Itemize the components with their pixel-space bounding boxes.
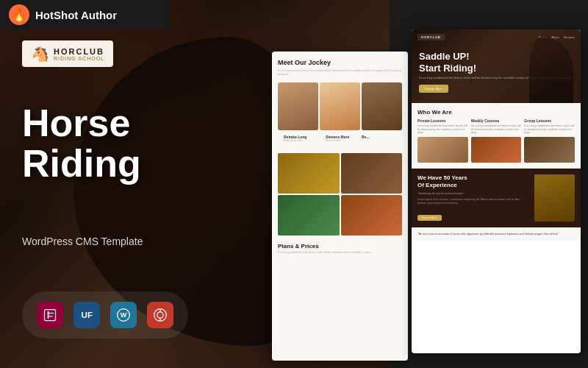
jockey-photo-2 xyxy=(320,82,360,130)
photo-grid xyxy=(272,152,408,237)
lesson-weekly-desc: It is a long established fact that a rea… xyxy=(471,124,522,135)
svg-text:UF: UF xyxy=(82,310,93,319)
main-title: Horse Riding xyxy=(22,103,141,183)
photo-cell-3 xyxy=(278,195,340,236)
quote-text: "At vero eos et accusam et justo odio di… xyxy=(417,232,575,236)
lessons-row: Private Lessons It is a long established… xyxy=(417,118,575,163)
rp-nav-services: Services xyxy=(564,35,575,39)
oxygen-icon xyxy=(147,302,173,328)
plans-title: Plans & Prices xyxy=(278,243,402,250)
right-preview-panel: HORCLUB Pages About Services Saddle UP! … xyxy=(412,29,581,353)
svg-text:W: W xyxy=(121,311,127,319)
lesson-group: Group Lessons It is a long established f… xyxy=(524,118,575,163)
club-subtitle: RIDING SCHOOL xyxy=(54,56,104,61)
lesson-weekly: Weekly Courses It is a long established … xyxy=(471,118,522,163)
exp-button[interactable]: Explore More xyxy=(417,215,442,221)
lesson-weekly-img xyxy=(471,137,522,163)
title-line1: Horse xyxy=(22,102,130,144)
exp-quote: "Saddlering elit, sed do eiusmod tempor" xyxy=(417,192,528,196)
lesson-private: Private Lessons It is a long established… xyxy=(417,118,468,163)
tech-icons-bar: UF W xyxy=(22,291,188,339)
club-logo-badge: 🐴 HORCLUB RIDING SCHOOL xyxy=(22,40,113,67)
lesson-private-desc: It is a long established fact that a rea… xyxy=(417,124,468,135)
lesson-group-img xyxy=(524,137,575,163)
photo-cell-2 xyxy=(341,153,403,194)
jockey-2-name: Stevens Mare xyxy=(320,133,360,139)
underscores-icon: UF xyxy=(74,302,100,328)
jockey-1-role: Riding Instructor xyxy=(278,139,318,147)
jockey-section-desc: It is a long established fact that a rea… xyxy=(272,69,408,81)
jockey-photo-1 xyxy=(278,82,318,130)
jockey-section-title: Meet Our Jockey xyxy=(272,52,408,69)
photo-cell-1 xyxy=(278,153,340,194)
exp-desc: Lorem ipsum dolor sit amet, consectetur … xyxy=(417,198,528,205)
topbar: 🔥 HotShot Author xyxy=(0,0,169,29)
svg-point-8 xyxy=(157,312,163,318)
lesson-group-label: Group Lessons xyxy=(524,118,575,123)
title-line2: Riding xyxy=(22,142,141,185)
rp-hero-section: HORCLUB Pages About Services Saddle UP! … xyxy=(412,29,581,103)
who-section: Who We Are Private Lessons It is a long … xyxy=(412,103,581,169)
horse-logo-icon: 🐴 xyxy=(31,45,49,63)
exp-title: We Have 50 Years Of Experience xyxy=(417,174,528,190)
jockey-3-name: Be... xyxy=(362,133,402,139)
jockey-1-name: Rebeka Long xyxy=(278,133,318,139)
experience-section: We Have 50 Years Of Experience "Saddleri… xyxy=(412,169,581,227)
lesson-private-label: Private Lessons xyxy=(417,118,468,123)
jockey-2-role: Horse Trainer xyxy=(320,139,360,147)
plans-desc: It is a long established fact that a rea… xyxy=(278,251,402,255)
jockey-photo-3 xyxy=(362,82,402,130)
rp-logo: HORCLUB xyxy=(417,34,445,40)
club-name: HORCLUB xyxy=(54,47,104,56)
svg-rect-0 xyxy=(45,310,56,321)
jockey-3-role xyxy=(362,139,402,144)
elementor-icon xyxy=(37,302,63,328)
lesson-weekly-label: Weekly Courses xyxy=(471,118,522,123)
who-title: Who We Are xyxy=(417,109,575,116)
wordpress-icon: W xyxy=(110,302,137,328)
left-preview-panel: Meet Our Jockey It is a long established… xyxy=(272,52,408,361)
exp-content: We Have 50 Years Of Experience "Saddleri… xyxy=(417,174,528,222)
lesson-group-desc: It is a long established fact that a rea… xyxy=(524,124,575,135)
lesson-private-img xyxy=(417,137,468,163)
plans-section: Plans & Prices It is a long established … xyxy=(272,237,408,258)
photo-cell-4 xyxy=(341,195,403,236)
app-logo-icon: 🔥 xyxy=(9,4,29,25)
rp-hero-button[interactable]: Explore More xyxy=(419,85,448,93)
subtitle: WordPress CMS Template xyxy=(22,236,143,247)
jockey-grid xyxy=(272,81,408,132)
app-name: HotShot Author xyxy=(35,9,117,21)
exp-photo xyxy=(534,174,575,222)
quote-section: "At vero eos et accusam et justo odio di… xyxy=(412,227,581,241)
subtitle-text: WordPress CMS Template xyxy=(22,236,143,247)
preview-area: Meet Our Jockey It is a long established… xyxy=(272,29,588,368)
